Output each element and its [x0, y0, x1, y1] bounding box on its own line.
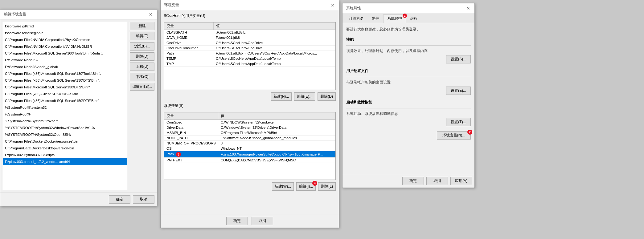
sys-props-apply-button[interactable]: 应用(A) — [450, 177, 472, 185]
env-list-item[interactable]: f:\software git\cmd — [3, 23, 127, 30]
performance-settings-button[interactable]: 设置(S)... — [446, 55, 471, 63]
env-list-item[interactable]: F:\Software NodeJS\node_global\ — [3, 63, 127, 70]
env-list-item[interactable]: %SystemRoot%\System32\Wbem — [3, 118, 127, 124]
env-vars-title: 环境变量 — [164, 2, 179, 8]
user-vars-col-name: 变量 — [164, 22, 213, 30]
sys-vars-edit-button[interactable]: 编辑(I)... 4 — [296, 182, 316, 191]
env-list-item[interactable]: C:\Program Files (x86)\Microsoft SQL Ser… — [3, 70, 127, 77]
sys-var-row[interactable]: Path 3F:\sw.103.XmanagerPowerSuite6\Xlpd… — [164, 151, 335, 158]
divider-2 — [346, 77, 471, 77]
edit-env-title-bar: 编辑环境变量 ✕ — [0, 10, 157, 19]
env-list-item[interactable]: C:\Program Files\NVIDIA Corporation\NVID… — [3, 43, 127, 50]
user-vars-edit-button[interactable]: 编辑(E)... — [294, 92, 315, 101]
edit-env-cancel-button[interactable]: 取消 — [133, 195, 154, 204]
new-path-button[interactable]: 新建 — [130, 22, 154, 30]
sys-props-tabs: 计算机名 硬件 系统保护 1 远程 — [343, 13, 474, 23]
delete-path-button[interactable]: 删除(D) — [130, 52, 154, 61]
move-up-button[interactable]: 上移(U) — [130, 63, 154, 71]
env-vars-title-bar: 环境变量 ✕ — [161, 0, 339, 10]
sys-props-close-button[interactable]: ✕ — [466, 6, 471, 11]
sys-vars-table-container: 变量 值 ComSpecC:\WINDOWS\system32\cmd.exeD… — [164, 112, 336, 180]
sys-vars-new-button[interactable]: 新建(W)... — [272, 182, 294, 191]
edit-env-confirm-button[interactable]: 确定 — [109, 195, 130, 204]
edit-path-button[interactable]: 编辑(E) — [130, 32, 154, 40]
env-list-item[interactable]: %SystemRoot% — [3, 111, 127, 118]
edit-env-title: 编辑环境变量 — [4, 12, 26, 17]
sys-var-row[interactable]: NODE_PATHF:\Software NodeJS\node_global\… — [164, 136, 335, 141]
sys-props-cancel-button[interactable]: 取消 — [426, 177, 448, 185]
startup-recovery-title: 启动和故障恢复 — [346, 100, 471, 105]
env-list-item[interactable]: %SYSTEMROOT%\System32\WindowsPowerShell\… — [3, 124, 127, 131]
user-vars-table: 变量 值 CLASSPATH;F:\env.001.jdk8\lib;JAVA_… — [164, 22, 335, 67]
user-var-row[interactable]: PathF:\env.001.jdk8\bin;;C:\Users\SCscHe… — [164, 51, 335, 56]
env-list-item[interactable]: f:\software tortoisegit\bin — [3, 30, 127, 36]
user-var-row[interactable]: TMPC:\Users\SCscHero\AppData\Local\Temp — [164, 61, 335, 67]
user-var-row[interactable]: TEMPC:\Users\SCscHero\AppData\Local\Temp — [164, 56, 335, 61]
startup-recovery-desc: 系统启动、系统故障和调试信息 — [346, 111, 471, 116]
sys-props-body: 要进行大多数更改，您必须作为管理员登录。 性能 视觉效果，处理器计划，内存使用，… — [343, 23, 474, 174]
env-list-item[interactable]: %SYSTEMROOT%\System32\OpenSSH\ — [3, 131, 127, 138]
sys-props-title: 系统属性 — [346, 6, 361, 11]
user-var-row[interactable]: CLASSPATH;F:\env.001.jdk8\lib; — [164, 30, 335, 35]
sys-var-row[interactable]: OSWindows_NT — [164, 146, 335, 151]
tab-system-protection[interactable]: 系统保护 1 — [383, 14, 406, 23]
startup-recovery-section: 启动和故障恢复 系统启动、系统故障和调试信息 设置(T)... — [346, 100, 471, 126]
env-list-item[interactable]: C:\Program Files\Microsoft SQL Server\13… — [3, 84, 127, 91]
env-list-item[interactable]: C:\Program Files\NVIDIA Corporation\Phys… — [3, 36, 127, 43]
sys-var-row[interactable]: ComSpecC:\WINDOWS\system32\cmd.exe — [164, 120, 335, 125]
edit-env-window: 编辑环境变量 ✕ f:\software git\cmdf:\software … — [0, 9, 157, 206]
env-list-item[interactable]: C:\Program Files (x86)\Microsoft SQL Ser… — [3, 77, 127, 84]
user-var-row[interactable]: OneDriveC:\Users\SCscHero\OneDrive — [164, 40, 335, 46]
user-vars-new-button[interactable]: 新建(N)... — [271, 92, 292, 101]
sys-vars-col-value: 值 — [218, 112, 335, 120]
edit-text-button[interactable]: 编辑文本(I)... — [130, 83, 154, 91]
user-var-row[interactable]: OneDriveConsumerC:\Users\SCscHero\OneDri… — [164, 46, 335, 51]
user-vars-delete-button[interactable]: 删除(D) — [318, 92, 336, 101]
sys-var-row[interactable]: MSMPI_BINC:\Program Files\Microsoft MPI\… — [164, 130, 335, 136]
env-vars-badge: 2 — [467, 130, 472, 135]
browse-button[interactable]: 浏览(B)... — [130, 42, 154, 51]
env-list-item[interactable]: F:\pisw.002.Python3.6.1\Scripts — [3, 152, 127, 158]
env-list-item[interactable]: F:\pisw.003.consul_1.7.2_windo... amd64 — [3, 158, 127, 165]
user-vars-table-container: 变量 值 CLASSPATH;F:\env.001.jdk8\lib;JAVA_… — [164, 22, 336, 90]
sys-vars-buttons: 新建(W)... 编辑(I)... 4 删除(L) — [164, 182, 336, 191]
env-vars-cancel-button[interactable]: 取消 — [252, 217, 273, 225]
env-list-item[interactable]: C:\Program Files\Microsoft SQL Server\10… — [3, 50, 127, 57]
tab-computer-name[interactable]: 计算机名 — [345, 14, 368, 23]
env-list-item[interactable]: C:\Program Files\Docker\Docker\resources… — [3, 138, 127, 145]
sys-edit-badge: 4 — [312, 181, 317, 186]
env-vars-footer: 确定 取消 — [161, 214, 339, 228]
edit-env-close-button[interactable]: ✕ — [148, 12, 153, 17]
move-down-button[interactable]: 下移(O) — [130, 73, 154, 81]
tab-hardware[interactable]: 硬件 — [368, 14, 383, 23]
env-vars-open-button[interactable]: 环境变量(N)... 2 — [437, 131, 471, 140]
user-vars-buttons: 新建(N)... 编辑(E)... 删除(D) — [164, 92, 336, 101]
user-vars-col-value: 值 — [213, 22, 335, 30]
env-vars-window: 环境变量 ✕ SCscHero 的用户变量(U) 变量 值 CLASSPATH;… — [160, 0, 339, 228]
sys-var-row[interactable]: PATHEXTCOM;EXE;BAT;CMD;VBS;JSE;WSF;WSH;M… — [164, 158, 335, 163]
sys-vars-table: 变量 值 ComSpecC:\WINDOWS\system32\cmd.exeD… — [164, 112, 335, 163]
env-list-item[interactable]: %SystemRoot%\system32 — [3, 104, 127, 111]
env-list-item[interactable]: C:\ProgramData\DockerDesktop\version-bin — [3, 145, 127, 152]
tab-remote[interactable]: 远程 — [406, 14, 421, 23]
performance-desc: 视觉效果，处理器计划，内存使用，以及虚拟内存 — [346, 49, 471, 53]
env-list-item[interactable]: F:\Software NodeJS\ — [3, 57, 127, 63]
env-vars-body: SCscHero 的用户变量(U) 变量 值 CLASSPATH;F:\env.… — [161, 10, 339, 214]
user-var-row[interactable]: JAVA_HOMEF:\env.001.jdk8 — [164, 35, 335, 40]
sys-vars-delete-button[interactable]: 删除(L) — [318, 182, 336, 191]
env-list-item[interactable]: C:\Program Files (x86)\Client SDK\ODBC\1… — [3, 91, 127, 97]
divider-1 — [346, 45, 471, 46]
sys-var-row[interactable]: DriverDataC:\Windows\System32\Drivers\Dr… — [164, 125, 335, 130]
sys-props-footer: 确定 取消 应用(A) — [343, 174, 474, 188]
env-path-list[interactable]: f:\software git\cmdf:\software tortoiseg… — [3, 22, 127, 190]
sys-var-row[interactable]: NUMBER_OF_PROCESSORS8 — [164, 141, 335, 146]
user-profile-settings-button[interactable]: 设置(E)... — [446, 87, 471, 95]
admin-notice: 要进行大多数更改，您必须作为管理员登录。 — [346, 27, 471, 32]
env-vars-confirm-button[interactable]: 确定 — [226, 217, 248, 225]
startup-recovery-settings-button[interactable]: 设置(T)... — [446, 118, 471, 126]
env-list-item[interactable]: C:\Program Files (x86)\Microsoft SQL Ser… — [3, 97, 127, 104]
env-vars-close-button[interactable]: ✕ — [330, 3, 335, 8]
sys-props-confirm-button[interactable]: 确定 — [402, 177, 424, 185]
edit-env-body: f:\software git\cmdf:\software tortoiseg… — [0, 19, 157, 192]
edit-env-action-buttons: 新建 编辑(E) 浏览(B)... 删除(D) 上移(U) 下移(O) 编辑文本… — [130, 22, 154, 190]
